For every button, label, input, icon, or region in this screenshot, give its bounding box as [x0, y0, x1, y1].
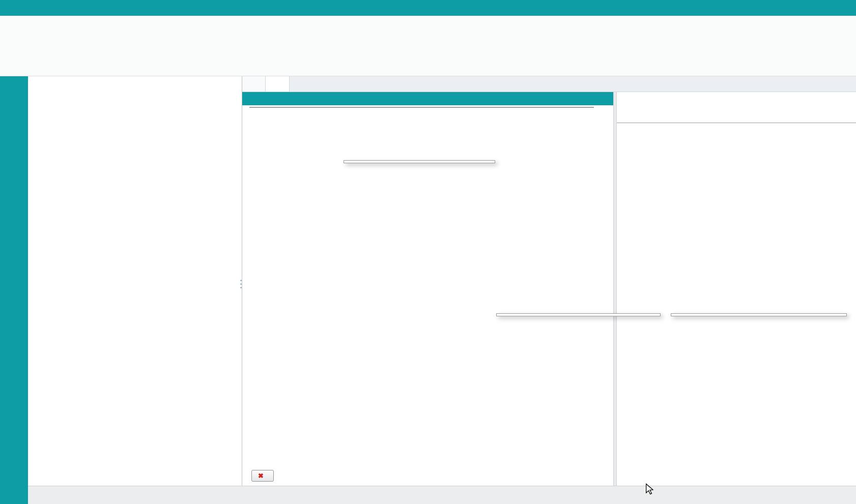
- fermer-button[interactable]: ✖: [251, 470, 274, 482]
- document-tabstrip: [242, 76, 856, 92]
- context-menu: [344, 160, 495, 163]
- close-x-icon: ✖: [258, 472, 264, 480]
- sidebar-panel: [28, 76, 242, 486]
- sidebar-header: [28, 76, 242, 103]
- menubar: [0, 0, 856, 16]
- grid-panel: ✖: [242, 92, 613, 486]
- detail-tabs-divider: [617, 123, 856, 123]
- left-icon-strip: [0, 76, 28, 504]
- detail-panel: [617, 92, 856, 486]
- detail-tabs: [620, 109, 856, 123]
- ribbon-toolbar: [0, 16, 856, 76]
- status-bar: [28, 486, 856, 504]
- submenu-exploitation-fonctionnelle: [671, 313, 847, 316]
- mouse-cursor: [644, 483, 655, 496]
- users-table: [249, 107, 594, 108]
- submenu-exploitation: [496, 313, 661, 316]
- tab-definition-utilisateurs[interactable]: [266, 76, 290, 92]
- application-window: ✖: [0, 0, 856, 504]
- home-tab[interactable]: [242, 76, 266, 92]
- content-header: [242, 92, 613, 105]
- sidebar-splitter-handle[interactable]: [239, 272, 242, 295]
- panel-splitter[interactable]: [613, 92, 617, 486]
